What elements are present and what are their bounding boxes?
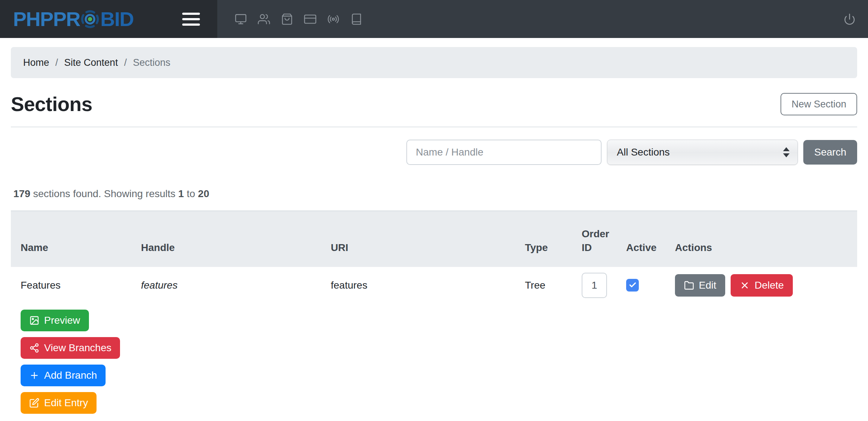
results-to-label: to	[187, 188, 195, 199]
results-text: sections found. Showing results	[33, 188, 176, 199]
edit-entry-button-label: Edit Entry	[44, 397, 88, 409]
cell-active	[619, 267, 668, 304]
cell-actions: Edit Delete	[668, 267, 857, 304]
share-icon	[29, 343, 39, 353]
table-header: Name Handle URI Type Order ID Active Act…	[11, 211, 857, 267]
column-header-order-id: Order ID	[574, 211, 619, 267]
table-row: Features features features Tree	[11, 267, 857, 304]
title-divider	[11, 127, 857, 127]
navbar-brand-section: PHPPR BID	[0, 0, 217, 38]
view-branches-button[interactable]: View Branches	[21, 337, 120, 359]
cell-handle: features	[134, 267, 324, 304]
results-count: 179	[13, 188, 30, 199]
breadcrumb-home-link[interactable]: Home	[23, 57, 49, 68]
results-to: 20	[198, 188, 209, 199]
column-header-type: Type	[518, 211, 574, 267]
name-handle-input[interactable]	[406, 140, 602, 165]
close-icon	[740, 280, 750, 290]
shopping-bag-icon[interactable]	[281, 13, 293, 25]
cell-name: Features	[11, 267, 134, 304]
menu-toggle-button[interactable]	[180, 10, 202, 28]
power-icon[interactable]	[843, 13, 856, 25]
broadcast-icon[interactable]	[327, 13, 339, 25]
users-icon[interactable]	[258, 13, 270, 25]
delete-button-label: Delete	[754, 280, 784, 291]
edit-button-label: Edit	[699, 280, 716, 291]
breadcrumb-separator: /	[124, 57, 127, 68]
select-stepper-icon	[783, 147, 790, 157]
preview-button-label: Preview	[44, 315, 80, 326]
preview-button[interactable]: Preview	[21, 310, 89, 331]
top-navbar: PHPPR BID	[0, 0, 868, 38]
breadcrumb-site-content-link[interactable]: Site Content	[64, 57, 118, 68]
book-icon[interactable]	[350, 13, 363, 25]
plus-icon	[29, 370, 39, 380]
order-id-input[interactable]	[582, 273, 607, 298]
search-button[interactable]: Search	[803, 140, 857, 165]
sections-filter-value: All Sections	[617, 146, 670, 158]
sections-filter-select[interactable]: All Sections	[607, 140, 798, 165]
folder-icon	[684, 280, 694, 290]
page-header: Sections New Section	[11, 93, 857, 116]
delete-button[interactable]: Delete	[731, 274, 793, 297]
results-summary: 179 sections found. Showing results 1 to…	[13, 188, 857, 200]
navbar-icons-section	[217, 0, 868, 38]
new-section-button[interactable]: New Section	[781, 93, 857, 115]
logo[interactable]: PHPPR BID	[13, 9, 133, 29]
column-header-name: Name	[11, 211, 134, 267]
view-branches-button-label: View Branches	[44, 342, 111, 354]
column-header-uri: URI	[324, 211, 518, 267]
add-branch-button-label: Add Branch	[44, 370, 97, 381]
edit-button[interactable]: Edit	[675, 274, 725, 297]
search-bar: All Sections Search	[11, 140, 857, 165]
sections-table: Name Handle URI Type Order ID Active Act…	[11, 210, 857, 304]
cell-uri: features	[324, 267, 518, 304]
hamburger-bar	[182, 24, 200, 26]
edit-icon	[29, 398, 39, 408]
add-branch-button[interactable]: Add Branch	[21, 365, 106, 386]
active-checkbox[interactable]	[626, 279, 639, 292]
breadcrumb: Home / Site Content / Sections	[11, 47, 857, 78]
credit-card-icon[interactable]	[304, 13, 316, 25]
column-header-actions: Actions	[668, 211, 857, 267]
breadcrumb-separator: /	[55, 57, 58, 68]
column-header-active: Active	[619, 211, 668, 267]
column-header-handle: Handle	[134, 211, 324, 267]
image-icon	[29, 315, 39, 326]
logo-text-phppr: PHPPR	[13, 9, 80, 29]
page-title: Sections	[11, 93, 92, 116]
cell-order-id	[574, 267, 619, 304]
logo-bullseye-icon	[81, 10, 99, 29]
hamburger-bar	[182, 18, 200, 20]
edit-entry-button[interactable]: Edit Entry	[21, 392, 97, 414]
branch-actions: Preview View Branches Add Branch Edit En…	[21, 310, 868, 414]
results-from: 1	[178, 188, 184, 199]
hamburger-bar	[182, 13, 200, 15]
breadcrumb-current: Sections	[133, 57, 171, 68]
cell-type: Tree	[518, 267, 574, 304]
monitor-icon[interactable]	[235, 13, 247, 25]
logo-text-bid: BID	[100, 9, 133, 29]
